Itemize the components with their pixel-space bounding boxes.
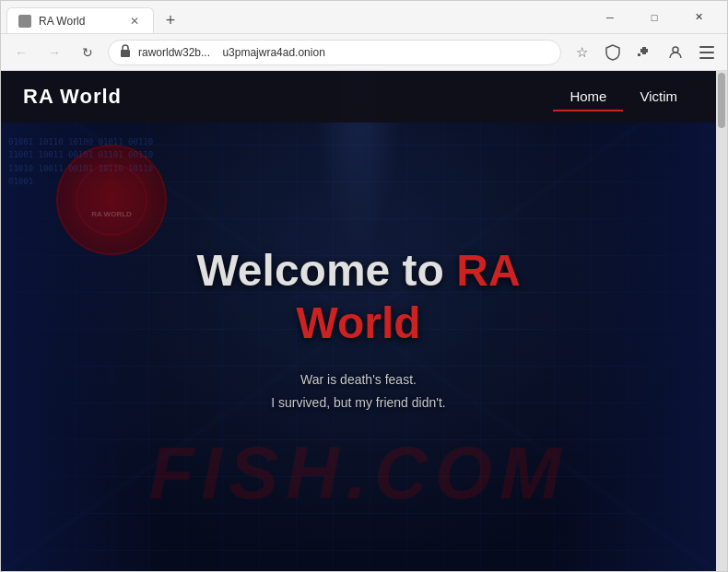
nav-link-victim[interactable]: Victim	[623, 83, 694, 111]
svg-rect-2	[638, 53, 640, 56]
window-controls: ─ □ ✕	[581, 1, 727, 33]
shield-icon	[600, 40, 626, 65]
tab-title: RA World	[39, 15, 120, 28]
site-nav-links: Home Victim	[553, 83, 694, 111]
new-tab-button[interactable]: +	[158, 7, 183, 33]
profile-icon[interactable]	[663, 40, 688, 65]
svg-point-3	[673, 47, 678, 53]
back-button[interactable]: ←	[8, 40, 34, 65]
svg-rect-4	[699, 46, 714, 48]
reload-button[interactable]: ↻	[75, 40, 100, 65]
toolbar-icons: ☆	[569, 40, 720, 65]
tab-area: RA World ✕ +	[1, 1, 581, 33]
extensions-icon[interactable]	[631, 40, 657, 65]
hero-content: Welcome to RA World War is death's feast…	[180, 244, 537, 415]
minimize-button[interactable]: ─	[589, 1, 631, 33]
svg-rect-5	[699, 52, 714, 53]
site-navbar: RA World Home Victim	[1, 71, 716, 123]
code-overlay: 01001 10110 10100 01011 00110 11001 1001…	[8, 135, 156, 189]
page-content: RA WORLD 01001 10110 10100 01011 00110 1…	[1, 71, 716, 571]
webpage: RA WORLD 01001 10110 10100 01011 00110 1…	[1, 71, 727, 571]
close-button[interactable]: ✕	[677, 1, 720, 33]
watermark: FISH.COM	[148, 431, 568, 516]
svg-rect-1	[121, 50, 130, 57]
url-text: raworldw32b... u3pmajwra4ad.onion	[138, 46, 549, 59]
svg-text:RA WORLD: RA WORLD	[91, 210, 132, 218]
menu-icon[interactable]	[694, 40, 720, 65]
tab-favicon	[18, 15, 31, 28]
nav-link-home[interactable]: Home	[553, 83, 623, 111]
hero-subtitle-line1: War is death's feast.	[180, 368, 537, 391]
hero-title-prefix: Welcome to	[196, 246, 456, 295]
browser-tab[interactable]: RA World ✕	[6, 7, 154, 33]
browser-window: RA World ✕ + ─ □ ✕ ← → ↻ raworldw32b... …	[0, 0, 728, 572]
bookmark-icon[interactable]: ☆	[569, 40, 594, 65]
maximize-button[interactable]: □	[633, 1, 675, 33]
address-bar: ← → ↻ raworldw32b... u3pmajwra4ad.onion …	[1, 34, 727, 71]
tab-close-button[interactable]: ✕	[127, 14, 142, 29]
forward-button[interactable]: →	[41, 40, 67, 65]
scrollbar-thumb[interactable]	[718, 73, 725, 128]
hero-subtitle-line2: I survived, but my friend didn't.	[180, 391, 537, 414]
svg-rect-6	[699, 57, 714, 59]
security-icon	[120, 44, 131, 60]
hero-title: Welcome to RA World	[180, 244, 537, 350]
scrollbar[interactable]	[716, 71, 727, 571]
title-bar: RA World ✕ + ─ □ ✕	[1, 1, 727, 34]
svg-point-0	[21, 18, 29, 25]
url-bar[interactable]: raworldw32b... u3pmajwra4ad.onion	[108, 40, 561, 65]
site-logo: RA World	[23, 85, 553, 109]
